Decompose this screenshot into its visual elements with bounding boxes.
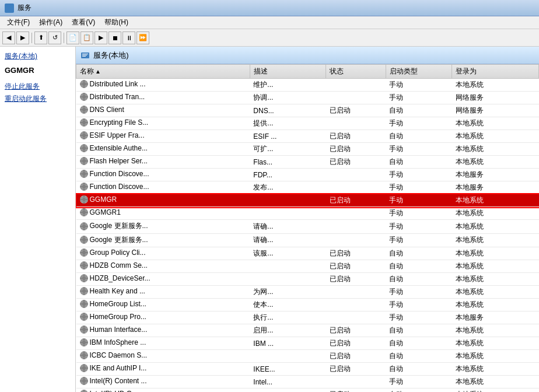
gear-icon <box>80 338 88 346</box>
toolbar-btn4[interactable]: 📋 <box>80 32 93 44</box>
svg-point-47 <box>81 136 82 138</box>
svg-point-183 <box>85 331 86 332</box>
menu-action[interactable]: 操作(A) <box>34 16 67 29</box>
menu-help[interactable]: 帮助(H) <box>100 16 133 29</box>
toolbar-btn3[interactable]: 📄 <box>66 32 79 44</box>
toolbar-btn5[interactable]: ▶ <box>94 32 107 44</box>
table-row[interactable]: ESIF Upper Fra...ESIF ...已启动自动本地系统 <box>76 130 539 143</box>
table-row[interactable]: IKE and AuthIP I...IKEE...已启动自动本地系统 <box>76 363 539 376</box>
service-status-cell: 已启动 <box>326 273 386 286</box>
menu-file[interactable]: 文件(F) <box>2 16 34 29</box>
table-row[interactable]: Function Discove...发布...手动本地服务 <box>76 181 539 194</box>
service-status-cell: 已启动 <box>326 260 386 273</box>
table-row[interactable]: Intel(R) HD Grap...Servi...已启动自动本地系统 <box>76 388 539 393</box>
svg-point-91 <box>85 197 86 198</box>
service-name-cell: HDZB Comm Se... <box>76 260 250 273</box>
service-startup-cell: 自动 <box>386 350 452 363</box>
service-name-cell: HomeGroup Pro... <box>76 312 250 324</box>
service-status-cell <box>326 376 386 388</box>
svg-point-81 <box>81 184 82 185</box>
col-header-name[interactable]: 名称▲ <box>76 65 250 79</box>
service-logon-cell: 本地系统 <box>452 247 539 260</box>
svg-point-107 <box>86 225 88 227</box>
table-row[interactable]: Encrypting File S...提供...手动本地系统 <box>76 117 539 130</box>
service-startup-cell: 手动 <box>386 79 452 92</box>
table-row[interactable]: IBM InfoSphere ...IBM ...已启动自动本地系统 <box>76 337 539 350</box>
service-desc-cell <box>250 207 326 220</box>
table-row[interactable]: Distributed Link ...维护...手动本地系统 <box>76 79 539 92</box>
gear-icon <box>80 131 88 139</box>
content-header: 服务(本地) <box>76 47 539 64</box>
svg-point-8 <box>86 83 88 85</box>
svg-point-51 <box>83 150 85 152</box>
table-row[interactable]: HomeGroup List...使本...手动本地系统 <box>76 299 539 312</box>
sidebar-title[interactable]: 服务(本地) <box>5 51 71 61</box>
svg-point-115 <box>80 239 82 241</box>
table-row[interactable]: Function Discove...FDP...手动本地服务 <box>76 169 539 181</box>
table-row[interactable]: GGMGR1手动本地系统 <box>76 207 539 220</box>
service-startup-cell: 自动 <box>386 247 452 260</box>
svg-point-53 <box>86 148 88 149</box>
table-row[interactable]: Flash Helper Ser...Flas...已启动自动本地系统 <box>76 156 539 169</box>
svg-point-14 <box>83 93 85 95</box>
sidebar-stop-link[interactable]: 停止此服务 <box>5 82 71 92</box>
toolbar-btn8[interactable]: ⏩ <box>136 32 149 44</box>
svg-point-78 <box>83 189 85 191</box>
table-row[interactable]: Intel(R) Content ...Intel...手动本地系统 <box>76 376 539 388</box>
table-row[interactable]: HDZB Comm Se...已启动自动本地系统 <box>76 260 539 273</box>
table-row[interactable]: Google 更新服务...请确...手动本地系统 <box>76 233 539 247</box>
svg-point-160 <box>80 303 82 305</box>
table-row[interactable]: GGMGR已启动手动本地系统 <box>76 194 539 207</box>
toolbar-btn7[interactable]: ⏸ <box>123 32 135 44</box>
table-row[interactable]: Extensible Authe...可扩...已启动手动本地系统 <box>76 143 539 156</box>
toolbar-back[interactable]: ◀ <box>2 32 15 44</box>
service-name-cell: Human Interface... <box>76 324 250 337</box>
table-row[interactable]: HomeGroup Pro...执行...手动本地服务 <box>76 312 539 324</box>
svg-point-179 <box>86 329 88 331</box>
table-row[interactable]: ICBC Daemon S...已启动自动本地系统 <box>76 350 539 363</box>
svg-point-209 <box>81 369 82 370</box>
svg-point-113 <box>83 236 85 238</box>
col-header-status[interactable]: 状态 <box>326 65 386 79</box>
table-row[interactable]: Distributed Tran...协调...手动网络服务 <box>76 92 539 104</box>
service-status-cell <box>326 92 386 104</box>
table-row[interactable]: HDZB_DeviceSer...已启动自动本地系统 <box>76 273 539 286</box>
table-row[interactable]: DNS ClientDNS...已启动自动网络服务 <box>76 104 539 117</box>
svg-point-59 <box>83 158 85 159</box>
svg-point-144 <box>81 275 82 276</box>
toolbar-up[interactable]: ⬆ <box>34 32 47 44</box>
sidebar: 服务(本地) GGMGR 停止此服务 重启动此服务 <box>0 47 76 392</box>
table-container[interactable]: 名称▲ 描述 状态 启动类型 登录为 Distributed Link ...维… <box>76 64 539 392</box>
svg-point-75 <box>85 175 86 176</box>
col-header-startup[interactable]: 启动类型 <box>386 65 452 79</box>
toolbar-btn6[interactable]: ⏹ <box>108 32 121 44</box>
svg-point-216 <box>81 378 82 379</box>
col-header-desc[interactable]: 描述 <box>250 65 326 79</box>
service-name-cell: Flash Helper Ser... <box>76 156 250 169</box>
table-row[interactable]: Health Key and ...为网...手动本地系统 <box>76 286 539 299</box>
svg-point-67 <box>82 172 86 176</box>
svg-point-85 <box>82 198 86 201</box>
svg-point-114 <box>83 242 85 244</box>
svg-rect-1 <box>82 54 88 54</box>
service-startup-cell: 手动 <box>386 181 452 194</box>
svg-point-197 <box>86 355 88 356</box>
table-row[interactable]: Google 更新服务...请确...手动本地系统 <box>76 220 539 234</box>
col-header-logon[interactable]: 登录为 <box>452 65 539 79</box>
toolbar-forward[interactable]: ▶ <box>16 32 29 44</box>
table-row[interactable]: Group Policy Cli...该服...已启动自动本地系统 <box>76 247 539 260</box>
svg-point-136 <box>85 262 86 264</box>
toolbar-refresh[interactable]: ↺ <box>48 32 61 44</box>
service-name-cell: Function Discove... <box>76 169 250 181</box>
svg-point-207 <box>81 365 82 366</box>
sidebar-restart-link[interactable]: 重启动此服务 <box>5 94 71 104</box>
service-desc-cell: 为网... <box>250 286 326 299</box>
service-logon-cell: 本地系统 <box>452 337 539 350</box>
svg-point-26 <box>86 109 88 111</box>
menu-view[interactable]: 查看(V) <box>67 16 100 29</box>
svg-point-120 <box>85 241 86 242</box>
svg-point-63 <box>81 158 82 159</box>
service-name-cell: Distributed Tran... <box>76 92 250 104</box>
table-row[interactable]: Human Interface...启用...已启动自动本地系统 <box>76 324 539 337</box>
service-desc-cell: FDP... <box>250 169 326 181</box>
